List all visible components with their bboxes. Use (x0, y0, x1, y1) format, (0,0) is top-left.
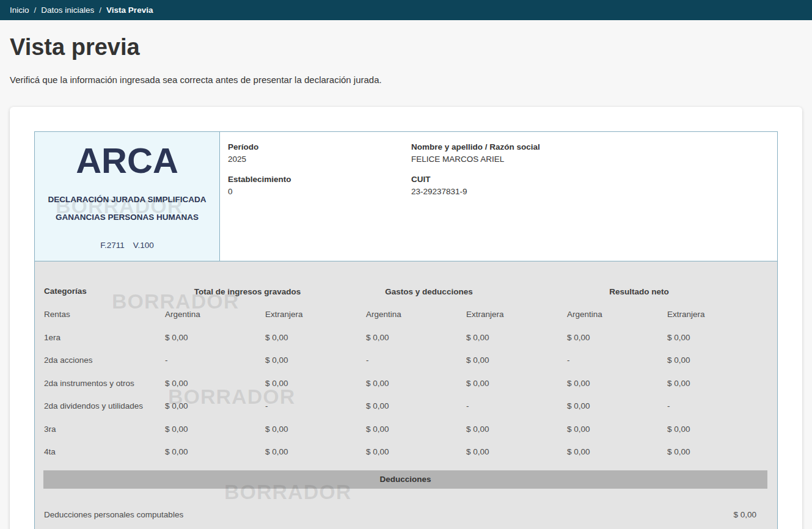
table-cell: $ 0,00 (366, 401, 466, 410)
subheader: Extranjera (667, 310, 777, 319)
subheader: Extranjera (265, 310, 366, 319)
group-header-gastos: Gastos y deducciones (385, 286, 472, 296)
income-table: Categorías Total de ingresos gravados Ga… (35, 261, 777, 529)
table-row-2da-acciones: 2da acciones - $ 0,00 - $ 0,00 - $ 0,00 (35, 349, 777, 372)
table-cell: $ 0,00 (466, 333, 567, 342)
deductions-section-header: Deducciones (43, 470, 767, 489)
breadcrumb-separator: / (99, 5, 101, 15)
form-title-line2: GANANCIAS PERSONAS HUMANAS (56, 213, 199, 222)
table-cell: $ 0,00 (165, 379, 265, 388)
table-cell: $ 0,00 (667, 356, 777, 365)
row-label: 2da acciones (44, 356, 165, 365)
table-cell: $ 0,00 (265, 356, 366, 365)
table-cell: $ 0,00 (667, 379, 777, 388)
subheader: Argentina (567, 310, 667, 319)
table-row-1era: 1era $ 0,00 $ 0,00 $ 0,00 $ 0,00 $ 0,00 … (35, 326, 777, 349)
breadcrumb-item-inicio[interactable]: Inicio (10, 5, 29, 15)
field-cuit: CUIT 23-29237831-9 (411, 175, 777, 196)
field-nombre: Nombre y apellido / Razón social FELICE … (411, 142, 777, 164)
table-cell: $ 0,00 (667, 447, 777, 456)
table-cell: $ 0,00 (567, 425, 667, 434)
table-cell: $ 0,00 (265, 447, 366, 456)
table-cell: $ 0,00 (667, 333, 777, 342)
breadcrumb-item-vista-previa: Vista Previa (106, 5, 153, 15)
field-periodo-label: Período (228, 142, 411, 151)
form-code: F.2711 V.100 (100, 241, 154, 250)
table-cell: $ 0,00 (667, 425, 777, 434)
table-cell: $ 0,00 (567, 447, 667, 456)
table-cell: $ 0,00 (366, 379, 466, 388)
subheader: Extranjera (466, 310, 567, 319)
table-cell: $ 0,00 (165, 333, 265, 342)
table-subheader-row: Rentas Argentina Extranjera Argentina Ex… (35, 303, 777, 326)
deductions-header-label: Deducciones (379, 475, 431, 484)
table-row-4ta: 4ta $ 0,00 $ 0,00 $ 0,00 $ 0,00 $ 0,00 $… (35, 440, 777, 464)
field-periodo-value: 2025 (228, 155, 411, 164)
table-cell: - (667, 401, 777, 410)
table-cell: $ 0,00 (366, 333, 466, 342)
table-cell: $ 0,00 (265, 379, 366, 388)
arca-logo: ARCA (76, 143, 178, 178)
row-header-rentas: Rentas (44, 310, 165, 319)
page-subtitle: Verificá que la información ingresada se… (10, 75, 802, 85)
group-header-ingresos: Total de ingresos gravados (194, 286, 301, 296)
main-content: Vista previa Verificá que la información… (0, 34, 812, 529)
field-cuit-label: CUIT (411, 175, 777, 184)
table-cell: $ 0,00 (265, 333, 366, 342)
field-nombre-value: FELICE MARCOS ARIEL (411, 155, 777, 164)
table-cell: - (265, 401, 366, 410)
field-establecimiento: Establecimiento 0 (228, 175, 411, 196)
field-establecimiento-value: 0 (228, 187, 411, 196)
field-cuit-value: 23-29237831-9 (411, 187, 777, 196)
subheader: Argentina (366, 310, 466, 319)
table-cell: $ 0,00 (265, 425, 366, 434)
field-establecimiento-label: Establecimiento (228, 175, 411, 184)
deduction-value: $ 0,00 (733, 510, 756, 519)
table-corner-header: Categorías (44, 286, 165, 296)
table-cell: $ 0,00 (466, 379, 567, 388)
table-cell: - (165, 356, 265, 365)
table-cell: - (567, 356, 667, 365)
table-cell: - (366, 356, 466, 365)
table-cell: $ 0,00 (466, 425, 567, 434)
row-label: 3ra (44, 425, 165, 434)
top-navigation-bar: Inicio / Datos iniciales / Vista Previa (0, 0, 812, 20)
table-row-2da-dividendos: 2da dividendos y utilidades $ 0,00 - $ 0… (35, 395, 777, 418)
breadcrumb: Inicio / Datos iniciales / Vista Previa (10, 5, 153, 15)
form-number: F.2711 (100, 241, 125, 250)
row-label: 2da instrumentos y otros (44, 379, 165, 388)
form-title-line1: DECLARACIÓN JURADA SIMPLIFICADA (48, 195, 207, 204)
form-logo-cell: ARCA DECLARACIÓN JURADA SIMPLIFICADA GAN… (35, 132, 220, 261)
form-version: V.100 (133, 241, 154, 250)
table-row-2da-instrumentos: 2da instrumentos y otros $ 0,00 $ 0,00 $… (35, 372, 777, 395)
table-cell: $ 0,00 (366, 425, 466, 434)
field-nombre-label: Nombre y apellido / Razón social (411, 142, 777, 151)
deduction-label: Deducciones personales computables (44, 510, 183, 519)
page-title: Vista previa (10, 34, 802, 62)
group-header-resultado: Resultado neto (609, 286, 669, 296)
table-cell: $ 0,00 (165, 447, 265, 456)
table-cell: $ 0,00 (567, 379, 667, 388)
table-cell: $ 0,00 (567, 401, 667, 410)
table-cell: $ 0,00 (466, 356, 567, 365)
table-group-header-row: Categorías Total de ingresos gravados Ga… (35, 280, 777, 303)
row-label: 4ta (44, 447, 165, 456)
form-header: ARCA DECLARACIÓN JURADA SIMPLIFICADA GAN… (35, 132, 777, 261)
breadcrumb-separator: / (34, 5, 37, 15)
table-cell: $ 0,00 (165, 401, 265, 410)
table-cell: $ 0,00 (366, 447, 466, 456)
field-periodo: Período 2025 (228, 142, 411, 164)
table-cell: $ 0,00 (165, 425, 265, 434)
table-cell: $ 0,00 (567, 333, 667, 342)
table-cell: - (466, 401, 567, 410)
preview-card: BORRADOR BORRADOR BORRADOR BORRADOR ARCA… (10, 107, 802, 529)
subheader: Argentina (165, 310, 265, 319)
table-row-3ra: 3ra $ 0,00 $ 0,00 $ 0,00 $ 0,00 $ 0,00 $… (35, 418, 777, 441)
breadcrumb-item-datos-iniciales[interactable]: Datos iniciales (41, 5, 94, 15)
form-header-fields: Período 2025 Nombre y apellido / Razón s… (220, 132, 777, 261)
deduction-row-personales: Deducciones personales computables $ 0,0… (35, 503, 777, 527)
row-label: 1era (44, 333, 165, 342)
declaration-form-preview: ARCA DECLARACIÓN JURADA SIMPLIFICADA GAN… (34, 131, 778, 529)
row-label: 2da dividendos y utilidades (44, 401, 165, 410)
table-cell: $ 0,00 (466, 447, 567, 456)
